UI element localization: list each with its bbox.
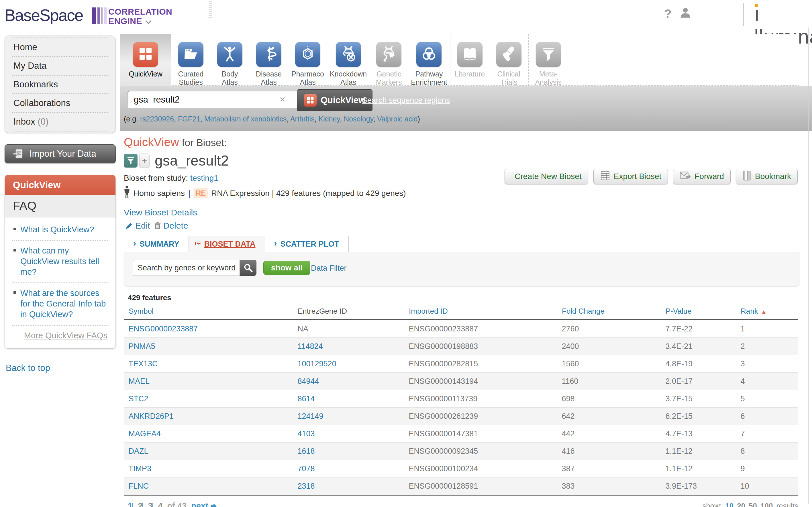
symbol-link[interactable]: FLNC [129,482,149,490]
entrez-link[interactable]: 8614 [298,394,315,403]
show-all-button[interactable]: show all [263,261,310,275]
symbol-link[interactable]: MAEL [129,377,150,386]
entrez-link[interactable]: NA [298,325,309,333]
app-tile[interactable]: DiseaseAtlas [249,35,288,86]
entrez-link[interactable]: 84944 [298,377,319,386]
symbol-link[interactable]: TEX13C [129,359,158,368]
symbol-link[interactable]: TIMP3 [129,464,152,473]
back-to-top-link[interactable]: Back to top [6,363,50,373]
symbol-link[interactable]: DAZL [129,447,149,455]
edit-link[interactable]: Edit [135,221,150,231]
sidebar-nav-item[interactable]: My Data [12,56,108,75]
data-filter-link[interactable]: Data Filter [311,264,347,273]
app-tile[interactable]: PharmacoAtlas [288,35,327,86]
symbol-link[interactable]: ANKRD26P1 [129,412,174,420]
action-button[interactable]: Create New Bioset [504,169,588,184]
cell-rank: 2 [736,338,798,355]
chevron-down-icon [145,16,152,26]
page-size-option[interactable]: 50 [749,502,757,507]
clear-search-icon[interactable]: × [280,94,285,104]
filter-funnel-icon[interactable] [124,154,138,168]
human-icon [124,186,130,201]
column-header[interactable]: Symbol [124,303,293,320]
entrez-link[interactable]: 4103 [298,430,315,438]
correlation-engine-menu[interactable]: CORRELATION ENGINE [108,7,172,26]
faq-link[interactable]: What is QuickView? [12,220,108,241]
app-tile[interactable]: KnockdownAtlas [327,35,369,86]
sidebar-nav-item[interactable]: Inbox (0) [12,112,108,131]
entrez-link[interactable]: 114824 [298,342,323,351]
faq-link[interactable]: What are the sources for the General Inf… [12,283,108,326]
symbol-link[interactable]: MAGEA4 [129,430,161,438]
table-row: TEX13C 100129520 ENSG00000282815 1560 4.… [124,355,798,373]
example-link[interactable]: Valproic acid [377,115,418,123]
help-icon[interactable]: ? [664,7,671,21]
cell-symbol: MAEL [124,373,293,390]
table-footer: 1234 of 43 next show: 102050100 results [124,501,801,507]
column-header[interactable]: EntrezGene ID [293,303,404,320]
app-tile[interactable]: Literature [450,35,489,86]
column-header[interactable]: Rank▲ [736,303,798,320]
app-tile[interactable]: PathwayEnrichment [408,35,450,86]
cell-p-value: 2.0E-17 [661,373,736,390]
page-link[interactable]: 1 [128,501,132,507]
tab[interactable]: BIOSET DATA [188,236,265,252]
column-header[interactable]: P-Value [661,303,736,320]
page-link[interactable]: 4 [152,501,162,507]
user-icon[interactable] [680,7,691,19]
pipe: | [188,189,190,198]
faq-link[interactable]: What can my QuickView results tell me? [12,241,108,283]
tab[interactable]: SCATTER PLOT [265,236,349,252]
action-button[interactable]: Forward [673,169,730,184]
entrez-link[interactable]: 7078 [298,464,315,473]
example-link[interactable]: rs2230926 [140,115,174,123]
entrez-link[interactable]: 100129520 [298,359,336,368]
import-your-data-button[interactable]: Import Your Data [5,145,116,163]
quickview-search-button[interactable]: QuickView [297,90,373,111]
app-tile[interactable]: CuratedStudies [171,35,210,86]
table-row: TIMP3 7078 ENSG00000100234 387 1.1E-12 9 [124,460,798,477]
symbol-link[interactable]: ENSG00000233887 [129,325,198,333]
entrez-link[interactable]: 2318 [298,482,315,490]
page-size-option[interactable]: 100 [760,502,773,507]
sidebar-nav-item[interactable]: Home [12,38,108,56]
page-link[interactable]: 2 [132,501,143,507]
add-filter-icon[interactable]: + [139,154,150,168]
example-link[interactable]: Nosology [344,115,373,123]
page-size-option[interactable]: 10 [725,502,734,507]
symbol-link[interactable]: STC2 [129,394,149,403]
example-link[interactable]: Kidney [319,115,340,123]
action-button[interactable]: Bookmark [736,169,798,184]
view-bioset-details-link[interactable]: View Bioset Details [124,208,197,217]
app-tile[interactable]: ClinicalTrials [489,35,529,86]
app-tile[interactable]: QuickView [120,35,171,86]
study-link[interactable]: testing1 [190,174,218,182]
entrez-link[interactable]: 124149 [298,412,323,420]
entrez-link[interactable]: 1618 [298,447,315,455]
more-faqs-link[interactable]: More QuickView FAQs [5,326,115,348]
tab[interactable]: SUMMARY [124,236,188,252]
symbol-link[interactable]: PNMA5 [129,342,155,351]
page-size-option[interactable]: 20 [737,502,745,507]
sidebar-nav-item[interactable]: Collaborations [12,93,108,112]
action-button[interactable]: Export Bioset [593,169,668,184]
search-submit-button[interactable] [240,260,257,276]
app-tile-icon [496,42,522,67]
page-link[interactable]: 3 [143,501,152,507]
search-sequence-regions-link[interactable]: Search sequence regions [362,96,450,105]
app-tile[interactable]: BodyAtlas [210,35,249,86]
action-button-icon [680,171,691,182]
column-header[interactable]: Fold Change [557,303,661,320]
cell-p-value: 1.1E-12 [661,460,736,477]
column-header[interactable]: Imported ID [404,303,557,320]
app-tile[interactable]: Meta-Analysis [529,35,568,86]
next-page-link[interactable]: next [191,501,217,507]
example-link[interactable]: FGF21 [178,115,200,123]
example-link[interactable]: Arthritis [290,115,315,123]
example-link[interactable]: Metabolism of xenobiotics [204,115,287,123]
gene-search-input[interactable] [133,260,240,276]
delete-link[interactable]: Delete [163,221,188,231]
content-right-border [808,27,809,504]
app-tile[interactable]: GeneticMarkers [369,35,408,86]
sidebar-nav-item[interactable]: Bookmarks [12,75,108,93]
